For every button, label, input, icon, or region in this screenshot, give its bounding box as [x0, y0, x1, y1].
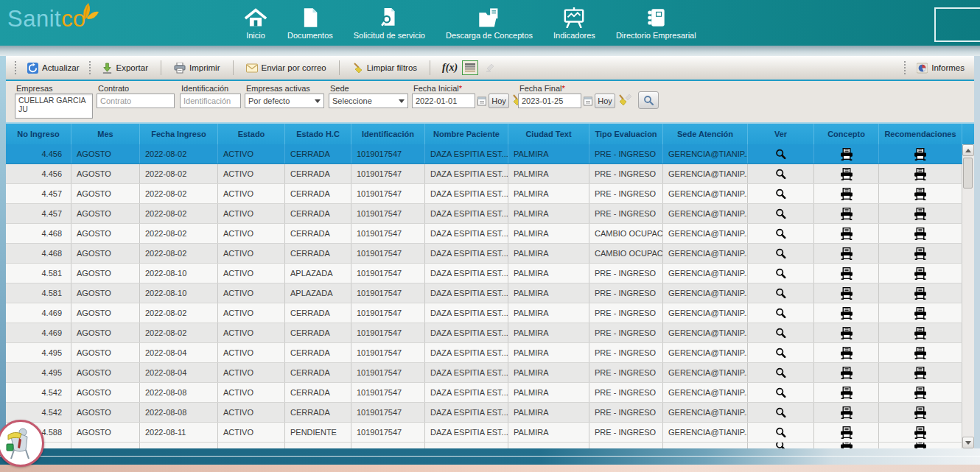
concepto-printer-icon[interactable]: [814, 443, 879, 448]
nav-solicitud-servicio[interactable]: Solicitud de servicio: [343, 4, 435, 41]
col-estado-hc[interactable]: Estado H.C: [285, 124, 351, 144]
recomendaciones-printer-icon[interactable]: [879, 323, 962, 342]
actualizar-button[interactable]: Actualizar: [22, 60, 85, 77]
table-row-partial[interactable]: [6, 443, 962, 448]
enviar-correo-button[interactable]: Enviar por correo: [241, 60, 332, 76]
concepto-printer-icon[interactable]: [814, 244, 879, 263]
ver-magnifier-icon[interactable]: [748, 323, 814, 342]
imprimir-button[interactable]: Imprimir: [169, 60, 225, 77]
col-ver[interactable]: Ver: [748, 124, 814, 144]
recomendaciones-printer-icon[interactable]: [879, 443, 962, 448]
brand-logo[interactable]: Sanitco: [7, 6, 118, 41]
ver-magnifier-icon[interactable]: [748, 423, 814, 442]
concepto-printer-icon[interactable]: [814, 264, 879, 283]
ver-magnifier-icon[interactable]: [748, 343, 814, 362]
scroll-up-button[interactable]: [962, 144, 974, 156]
recomendaciones-printer-icon[interactable]: [879, 403, 962, 422]
table-row[interactable]: 4.456AGOSTO2022-08-02ACTIVOCERRADA101901…: [6, 144, 962, 164]
concepto-printer-icon[interactable]: [814, 224, 879, 243]
exportar-button[interactable]: Exportar: [97, 60, 153, 77]
col-no-ingreso[interactable]: No Ingreso: [6, 124, 71, 144]
empresas-activas-select[interactable]: Por defecto: [245, 94, 324, 108]
table-row[interactable]: 4.495AGOSTO2022-08-04ACTIVOCERRADA101901…: [6, 363, 962, 383]
concepto-printer-icon[interactable]: [814, 283, 879, 303]
calendar-icon[interactable]: [584, 96, 592, 109]
table-row[interactable]: 4.581AGOSTO2022-08-10ACTIVOAPLAZADA10190…: [6, 264, 962, 283]
scroll-down-button[interactable]: [962, 437, 974, 448]
fecha-inicial-hoy-button[interactable]: Hoy: [489, 94, 509, 108]
recomendaciones-printer-icon[interactable]: [879, 244, 962, 263]
ver-magnifier-icon[interactable]: [748, 144, 814, 163]
concepto-printer-icon[interactable]: [814, 303, 879, 323]
ver-magnifier-icon[interactable]: [748, 264, 814, 283]
fecha-inicial-input[interactable]: [412, 94, 475, 108]
recomendaciones-printer-icon[interactable]: [879, 343, 962, 362]
ver-magnifier-icon[interactable]: [748, 443, 814, 448]
recomendaciones-printer-icon[interactable]: [879, 184, 962, 203]
table-row[interactable]: 4.581AGOSTO2022-08-10ACTIVOAPLAZADA10190…: [6, 283, 962, 303]
nav-directorio-empresarial[interactable]: Directorio Empresarial: [606, 4, 707, 41]
recomendaciones-printer-icon[interactable]: [879, 363, 962, 382]
recomendaciones-printer-icon[interactable]: [879, 164, 962, 183]
identificacion-input[interactable]: [180, 94, 241, 108]
recomendaciones-printer-icon[interactable]: [879, 144, 962, 163]
contrato-input[interactable]: [97, 94, 175, 108]
recomendaciones-printer-icon[interactable]: [879, 383, 962, 402]
col-recomendaciones[interactable]: Recomendaciones: [879, 124, 962, 144]
recomendaciones-printer-icon[interactable]: [879, 204, 962, 223]
nav-documentos[interactable]: Documentos: [277, 4, 343, 41]
recomendaciones-printer-icon[interactable]: [879, 264, 962, 283]
nav-descarga-conceptos[interactable]: Descarga de Conceptos: [435, 4, 543, 41]
grid-view-button[interactable]: [462, 60, 478, 75]
ver-magnifier-icon[interactable]: [748, 164, 814, 183]
sede-select[interactable]: Seleccione: [329, 94, 408, 108]
col-tipo-evaluacion[interactable]: Tipo Evaluacion: [589, 124, 663, 144]
header-user-box[interactable]: [934, 7, 980, 42]
col-nombre-paciente[interactable]: Nombre Paciente: [425, 124, 508, 144]
concepto-printer-icon[interactable]: [814, 383, 879, 402]
table-row[interactable]: 4.456AGOSTO2022-08-02ACTIVOCERRADA101901…: [6, 164, 962, 184]
concepto-printer-icon[interactable]: [814, 323, 879, 342]
concepto-printer-icon[interactable]: [814, 144, 879, 163]
ver-magnifier-icon[interactable]: [748, 204, 814, 223]
informes-button[interactable]: Informes: [911, 60, 970, 77]
col-fecha-ingreso[interactable]: Fecha Ingreso: [140, 124, 218, 144]
col-identificacion[interactable]: Identificación: [351, 124, 425, 144]
ver-magnifier-icon[interactable]: [748, 283, 814, 303]
scroll-thumb[interactable]: [963, 158, 973, 189]
concepto-printer-icon[interactable]: [814, 204, 879, 223]
ver-magnifier-icon[interactable]: [748, 244, 814, 263]
concepto-printer-icon[interactable]: [814, 423, 879, 442]
ver-magnifier-icon[interactable]: [748, 184, 814, 203]
ver-magnifier-icon[interactable]: [748, 403, 814, 422]
col-sede-atencion[interactable]: Sede Atención: [663, 124, 748, 144]
concepto-printer-icon[interactable]: [814, 363, 879, 382]
table-row[interactable]: 4.457AGOSTO2022-08-02ACTIVOCERRADA101901…: [6, 184, 962, 204]
table-row[interactable]: 4.457AGOSTO2022-08-02ACTIVOCERRADA101901…: [6, 204, 962, 224]
col-concepto[interactable]: Concepto: [814, 124, 879, 144]
search-button[interactable]: [638, 91, 659, 109]
table-row[interactable]: 4.588AGOSTO2022-08-11ACTIVOPENDIENTE1019…: [6, 423, 962, 443]
vertical-scrollbar[interactable]: [962, 144, 974, 448]
fecha-final-hoy-button[interactable]: Hoy: [595, 94, 615, 108]
nav-indicadores[interactable]: Indicadores: [543, 4, 606, 41]
recomendaciones-printer-icon[interactable]: [879, 303, 962, 323]
table-row[interactable]: 4.468AGOSTO2022-08-02ACTIVOCERRADA101901…: [6, 244, 962, 264]
concepto-printer-icon[interactable]: [814, 164, 879, 183]
col-ciudad-text[interactable]: Ciudad Text: [508, 124, 589, 144]
table-row[interactable]: 4.495AGOSTO2022-08-04ACTIVOCERRADA101901…: [6, 343, 962, 363]
concepto-printer-icon[interactable]: [814, 343, 879, 362]
recomendaciones-printer-icon[interactable]: [879, 423, 962, 442]
col-mes[interactable]: Mes: [71, 124, 140, 144]
table-row[interactable]: 4.469AGOSTO2022-08-02ACTIVOCERRADA101901…: [6, 323, 962, 343]
table-row[interactable]: 4.542AGOSTO2022-08-08ACTIVOCERRADA101901…: [6, 403, 962, 423]
limpiar-filtros-button[interactable]: Limpiar filtros: [347, 60, 422, 77]
ver-magnifier-icon[interactable]: [748, 383, 814, 402]
ver-magnifier-icon[interactable]: [748, 224, 814, 243]
ver-magnifier-icon[interactable]: [748, 303, 814, 323]
table-row[interactable]: 4.469AGOSTO2022-08-02ACTIVOCERRADA101901…: [6, 303, 962, 323]
ver-magnifier-icon[interactable]: [748, 363, 814, 382]
fx-button[interactable]: f(x): [438, 60, 462, 75]
calendar-icon[interactable]: [477, 96, 486, 109]
col-estado[interactable]: Estado: [218, 124, 285, 144]
